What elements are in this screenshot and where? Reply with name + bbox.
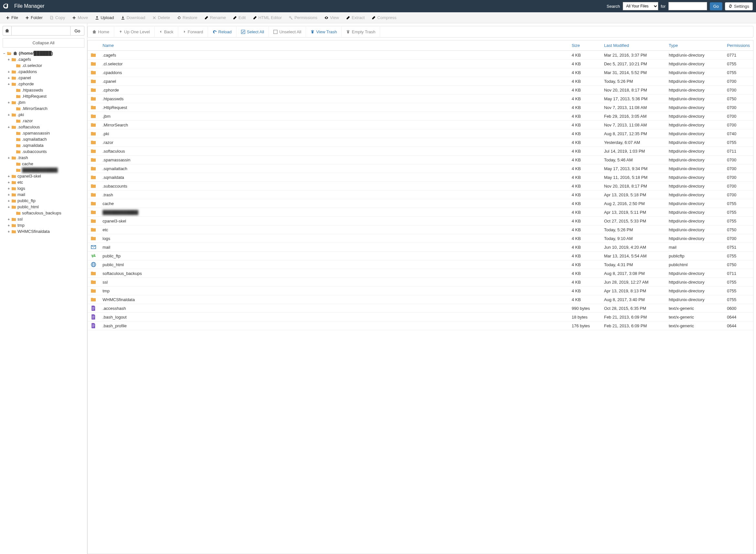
file-row[interactable]: .sqmaildata 4 KB May 11, 2016, 5:18 PM h… (88, 173, 753, 182)
file-row[interactable]: .cphorde 4 KB Nov 20, 2018, 8:17 PM http… (88, 86, 753, 95)
tree-item[interactable]: .MirrorSearch (7, 105, 85, 112)
compress-button[interactable]: Compress (369, 12, 399, 23)
tree-item[interactable]: .spamassassin (7, 130, 85, 136)
file-row[interactable]: softaculous_backups 4 KB Aug 8, 2017, 3:… (88, 269, 753, 278)
tree-item[interactable]: .subaccounts (7, 149, 85, 155)
file-row[interactable]: .accesshash 990 bytes Oct 28, 2015, 6:35… (88, 304, 753, 313)
tree-item[interactable]: +tmp (7, 222, 85, 228)
search-go-button[interactable]: Go (710, 2, 722, 10)
view-button[interactable]: View (321, 12, 342, 23)
tree-toggle[interactable]: + (7, 205, 10, 209)
nav-home-button[interactable]: Home (88, 26, 114, 38)
tree-item[interactable]: .sqmailattach (7, 136, 85, 142)
tree-toggle[interactable]: + (7, 113, 10, 117)
file-row[interactable]: .bash_profile 176 bytes Feb 21, 2013, 6:… (88, 322, 753, 330)
tree-item[interactable]: +.cpaddons (7, 68, 85, 75)
tree-toggle[interactable]: + (7, 70, 10, 74)
download-button[interactable]: Download (118, 12, 149, 23)
tree-toggle[interactable]: + (7, 82, 10, 86)
col-type[interactable]: Type (665, 41, 724, 51)
select-all-button[interactable]: Select All (236, 26, 269, 38)
tree-item[interactable]: +WHMCSfinaldata (7, 228, 85, 234)
tree-item[interactable]: +.cphorde (7, 81, 85, 87)
file-row[interactable]: WHMCSfinaldata 4 KB Aug 8, 2017, 3:40 PM… (88, 295, 753, 304)
col-name[interactable]: Name (99, 41, 569, 51)
copy-button[interactable]: Copy (47, 12, 68, 23)
search-input[interactable] (668, 2, 707, 10)
view-trash-button[interactable]: View Trash (306, 26, 341, 38)
file-row[interactable]: .cagefs 4 KB Mar 21, 2016, 3:37 PM httpd… (88, 51, 753, 59)
tree-item[interactable]: .htpasswds (7, 87, 85, 93)
tree-item[interactable]: +.pki (7, 112, 85, 118)
col-modified[interactable]: Last Modified (601, 41, 665, 51)
file-row[interactable]: .razor 4 KB Yesterday, 6:07 AM httpd/uni… (88, 138, 753, 147)
edit-button[interactable]: Edit (230, 12, 249, 23)
tree-item[interactable]: .cl.selector (7, 62, 85, 68)
file-row[interactable]: .HttpRequest 4 KB Nov 7, 2013, 11:08 AM … (88, 103, 753, 112)
tree-item[interactable]: softaculous_backups (7, 210, 85, 216)
file-row[interactable]: .cpaddons 4 KB Mar 31, 2014, 5:52 PM htt… (88, 68, 753, 77)
tree-toggle[interactable]: + (7, 58, 10, 61)
html-editor-button[interactable]: HTML Editor (250, 12, 285, 23)
tree-root[interactable]: – (/home/██████) (3, 50, 85, 56)
file-row[interactable]: cpanel3-skel 4 KB Oct 27, 2015, 5:33 PM … (88, 217, 753, 225)
file-row[interactable]: public_html 4 KB Today, 4:31 PM publicht… (88, 260, 753, 269)
file-row[interactable]: ████████████ 4 KB Apr 13, 2019, 5:11 PM … (88, 208, 753, 217)
tree-toggle[interactable]: + (7, 180, 10, 184)
file-row[interactable]: ssl 4 KB Jun 28, 2019, 12:27 AM httpd/un… (88, 278, 753, 286)
file-row[interactable]: .subaccounts 4 KB Nov 20, 2018, 8:17 PM … (88, 182, 753, 190)
file-row[interactable]: .bash_logout 18 bytes Feb 21, 2013, 6:09… (88, 313, 753, 322)
permissions-button[interactable]: Permissions (286, 12, 321, 23)
file-row[interactable]: .htpasswds 4 KB May 17, 2013, 5:36 PM ht… (88, 95, 753, 103)
tree-item[interactable]: +.trash (7, 155, 85, 161)
tree-toggle[interactable]: + (7, 217, 10, 221)
delete-button[interactable]: Delete (149, 12, 173, 23)
reload-button[interactable]: Reload (208, 26, 236, 38)
tree-toggle[interactable]: + (7, 193, 10, 197)
location-go-button[interactable]: Go (70, 26, 85, 36)
file-row[interactable]: public_ftp 4 KB Mar 13, 2014, 5:54 AM pu… (88, 252, 753, 260)
search-scope-select[interactable]: All Your Files (623, 2, 658, 10)
file-row[interactable]: .trash 4 KB Apr 13, 2019, 5:18 PM httpd/… (88, 190, 753, 199)
file-row[interactable]: .spamassassin 4 KB Today, 5:46 AM httpd/… (88, 156, 753, 164)
tree-toggle[interactable]: + (7, 186, 10, 190)
tree-toggle[interactable]: + (7, 199, 10, 203)
tree-toggle[interactable]: + (7, 76, 10, 80)
file-row[interactable]: etc 4 KB Today, 5:26 PM httpd/unix-direc… (88, 225, 753, 234)
file-row[interactable]: logs 4 KB Today, 9:10 AM httpd/unix-dire… (88, 234, 753, 243)
location-input[interactable] (11, 26, 70, 36)
empty-trash-button[interactable]: Empty Trash (341, 26, 380, 38)
file-row[interactable]: .MirrorSearch 4 KB Nov 7, 2013, 11:08 AM… (88, 121, 753, 129)
tree-item[interactable]: +mail (7, 191, 85, 198)
nav-back-button[interactable]: Back (155, 26, 178, 38)
location-home-button[interactable] (3, 26, 11, 36)
tree-item[interactable]: +ssl (7, 216, 85, 222)
tree-item[interactable]: +etc (7, 179, 85, 185)
unselect-all-button[interactable]: Unselect All (269, 26, 306, 38)
tree-item[interactable]: .sqmaildata (7, 142, 85, 149)
move-button[interactable]: Move (69, 12, 91, 23)
tree-item[interactable]: .HttpRequest (7, 93, 85, 99)
file-row[interactable]: .pki 4 KB Aug 8, 2017, 12:35 PM httpd/un… (88, 129, 753, 138)
rename-button[interactable]: Rename (201, 12, 229, 23)
tree-toggle[interactable]: + (7, 230, 10, 233)
tree-toggle[interactable]: + (7, 101, 10, 104)
tree-item[interactable]: ████████████ (7, 167, 85, 173)
tree-item[interactable]: .razor (7, 118, 85, 124)
file-row[interactable]: cache 4 KB Aug 2, 2016, 2:50 PM httpd/un… (88, 199, 753, 208)
file-row[interactable]: .softaculous 4 KB Jul 14, 2019, 1:03 PM … (88, 147, 753, 156)
tree-toggle[interactable]: + (7, 125, 10, 129)
tree-item[interactable]: +logs (7, 185, 85, 191)
restore-button[interactable]: Restore (174, 12, 201, 23)
extract-button[interactable]: Extract (343, 12, 368, 23)
collapse-all-button[interactable]: Collapse All (3, 38, 85, 48)
tree-item[interactable]: +public_ftp (7, 198, 85, 204)
tree-toggle[interactable]: + (7, 174, 10, 178)
new-file-button[interactable]: File (3, 12, 21, 23)
col-permissions[interactable]: Permissions (724, 41, 753, 51)
nav-up-button[interactable]: Up One Level (114, 26, 155, 38)
file-row[interactable]: .cl.selector 4 KB Dec 5, 2017, 10:21 PM … (88, 59, 753, 68)
tree-toggle[interactable]: + (7, 156, 10, 160)
tree-item[interactable]: +.jbm (7, 99, 85, 105)
tree-item[interactable]: +.cpanel (7, 75, 85, 81)
